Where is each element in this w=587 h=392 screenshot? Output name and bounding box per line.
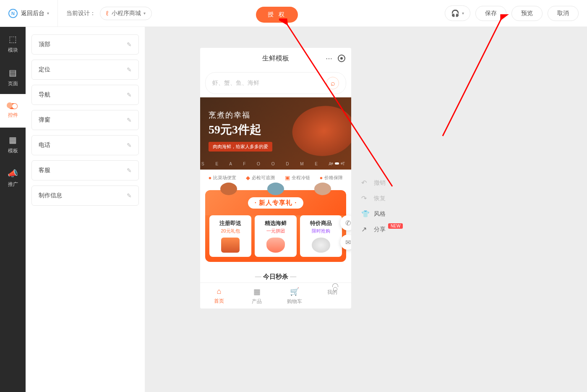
sidebar-item-pages[interactable]: ▤ 页面	[0, 60, 26, 94]
component-popup[interactable]: 弹窗✎	[31, 110, 139, 130]
edit-icon: ✎	[127, 41, 132, 48]
home-icon: ⌂	[217, 287, 222, 296]
wechat-icon: ✉	[345, 238, 351, 246]
sidebar-item-templates[interactable]: ▦ 模板	[0, 128, 26, 161]
sidebar-label: 控件	[8, 112, 18, 119]
component-info[interactable]: 制作信息✎	[31, 186, 139, 206]
component-location[interactable]: 定位✎	[31, 60, 139, 80]
logo-icon: N	[8, 9, 18, 18]
templates-icon: ▦	[9, 135, 17, 145]
newcomer-card[interactable]: 注册即送20元礼包	[209, 215, 251, 257]
feature-item: ▣全程冷链	[285, 175, 310, 181]
headset-icon: 🎧	[451, 9, 459, 17]
chevron-down-icon: ▾	[462, 11, 464, 16]
style-button[interactable]: 👕风格	[361, 210, 403, 218]
gift-image	[221, 238, 240, 253]
pig-icon: ●	[209, 175, 212, 181]
banner-tag: 肉肉海鲜，给家人多多的爱	[209, 142, 272, 152]
miniprogram-icon: ℓ	[106, 10, 108, 17]
authorize-button[interactable]: 授 权	[256, 7, 298, 23]
cancel-button[interactable]: 取消	[548, 6, 579, 21]
support-button[interactable]: 🎧 ▾	[445, 5, 470, 21]
undo-icon: ↶	[361, 179, 369, 187]
truck-icon: ▣	[285, 175, 290, 181]
modules-icon: ⬚	[9, 34, 17, 44]
new-badge: NEW	[388, 223, 403, 229]
check-icon: ●	[320, 175, 323, 181]
crab-image	[287, 99, 351, 164]
newcomer-title: · 新人专享礼 ·	[248, 197, 304, 209]
pages-icon: ▤	[9, 68, 17, 78]
shield-icon: ◆	[246, 175, 250, 181]
search-placeholder: 虾、蟹、鱼、海鲜	[212, 79, 326, 87]
component-nav[interactable]: 导航✎	[31, 85, 139, 105]
chevron-down-icon: ▾	[47, 11, 49, 16]
edit-icon: ✎	[127, 142, 132, 149]
flash-sale-title: 今日秒杀	[200, 267, 351, 282]
tab-products[interactable]: ▦产品	[238, 283, 276, 308]
phone-title: 生鲜模板	[262, 54, 289, 63]
tab-mine[interactable]: 我的	[313, 283, 351, 308]
food-image	[220, 183, 237, 195]
annotation-arrow	[438, 14, 510, 140]
sidebar-item-controls[interactable]: 控件	[0, 94, 26, 128]
edit-icon: ✎	[127, 91, 132, 98]
chevron-down-icon: ▾	[143, 11, 146, 16]
design-selector[interactable]: ℓ 小程序商城 ▾	[100, 7, 152, 20]
newcomer-card[interactable]: 精选海鲜一元拼团	[255, 215, 297, 257]
cart-icon: 🛒	[290, 287, 299, 296]
share-icon: ↗	[361, 225, 369, 233]
feature-item: ●比菜场便宜	[209, 175, 237, 181]
redo-button[interactable]: ↷恢复	[361, 194, 403, 202]
component-phone[interactable]: 电话✎	[31, 135, 139, 155]
sidebar-label: 模板	[8, 147, 18, 154]
grid-icon: ▦	[253, 287, 261, 296]
shirt-icon: 👕	[361, 210, 369, 218]
svg-line-1	[443, 18, 501, 136]
sidebar-item-promote[interactable]: 📣 推广	[0, 161, 26, 195]
back-button[interactable]: N 返回后台 ▾	[0, 0, 58, 26]
megaphone-icon: 📣	[8, 168, 18, 178]
phone-icon: ✆	[345, 219, 351, 227]
banner-letters: S E A F O O D M E A T	[200, 162, 351, 166]
food-image	[314, 183, 331, 195]
undo-button[interactable]: ↶撤销	[361, 179, 403, 187]
shrimp-image	[266, 238, 285, 253]
float-wechat-button[interactable]: ✉	[340, 235, 351, 250]
share-button[interactable]: ↗分享NEW	[361, 225, 403, 233]
feature-item: ●价格保障	[320, 175, 343, 181]
sidebar-item-modules[interactable]: ⬚ 模块	[0, 27, 26, 60]
tab-home[interactable]: ⌂首页	[200, 283, 238, 308]
tab-cart[interactable]: 🛒购物车	[276, 283, 313, 308]
design-name: 小程序商城	[112, 10, 141, 17]
current-design-label: 当前设计：	[66, 10, 96, 17]
newcomer-section: · 新人专享礼 · 注册即送20元礼包 精选海鲜一元拼团 特价商品限时抢购	[205, 190, 346, 262]
carousel-indicator	[331, 162, 343, 165]
search-icon[interactable]: ⌕	[326, 77, 339, 89]
newcomer-card[interactable]: 特价商品限时抢购	[300, 215, 342, 257]
sidebar-label: 推广	[8, 181, 18, 188]
redo-icon: ↷	[361, 194, 369, 202]
sidebar-label: 页面	[8, 80, 18, 87]
edit-icon: ✎	[127, 192, 132, 199]
controls-icon	[8, 103, 18, 109]
back-label: 返回后台	[21, 10, 44, 17]
more-icon[interactable]: ⋯	[324, 54, 334, 63]
food-image	[267, 183, 284, 195]
edit-icon: ✎	[127, 66, 132, 73]
component-top[interactable]: 顶部✎	[31, 34, 139, 55]
component-service[interactable]: 客服✎	[31, 160, 139, 180]
sidebar-label: 模块	[8, 47, 18, 54]
product-image	[312, 238, 330, 253]
banner[interactable]: 烹煮的幸福 59元3件起 肉肉海鲜，给家人多多的爱 S E A F O O D …	[200, 97, 351, 170]
edit-icon: ✎	[127, 167, 132, 174]
edit-icon: ✎	[127, 117, 132, 123]
preview-button[interactable]: 预览	[511, 6, 543, 21]
search-input[interactable]: 虾、蟹、鱼、海鲜 ⌕	[205, 72, 346, 94]
target-icon[interactable]	[337, 54, 346, 63]
phone-preview: 生鲜模板 ⋯ 虾、蟹、鱼、海鲜 ⌕ 烹煮的幸福 59元3件起 肉肉海鲜，给家人多…	[200, 48, 351, 308]
float-phone-button[interactable]: ✆	[340, 215, 351, 230]
save-button[interactable]: 保存	[475, 6, 506, 21]
feature-item: ◆必检可追溯	[246, 175, 275, 181]
